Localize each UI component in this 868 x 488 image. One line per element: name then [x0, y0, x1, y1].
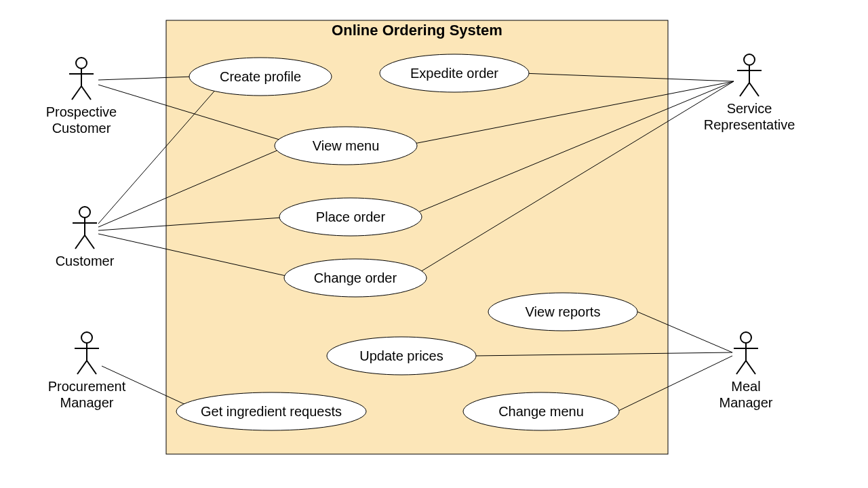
person-icon — [73, 207, 97, 249]
svg-point-32 — [76, 58, 87, 68]
svg-text:Place order: Place order — [316, 209, 386, 224]
svg-line-36 — [81, 86, 91, 100]
actor-label: Prospective — [46, 104, 117, 119]
actor-service-representative: Service Representative — [704, 54, 795, 132]
svg-text:View reports: View reports — [526, 304, 601, 319]
usecase-create-profile: Create profile — [189, 58, 332, 96]
actor-label: Meal — [731, 379, 760, 394]
usecase-update-prices: Update prices — [327, 337, 476, 375]
svg-text:Expedite order: Expedite order — [410, 66, 498, 81]
svg-text:Create profile: Create profile — [220, 69, 301, 84]
system-title: Online Ordering System — [332, 22, 502, 39]
usecase-view-reports: View reports — [488, 293, 637, 331]
person-icon — [69, 58, 94, 100]
svg-line-55 — [736, 361, 746, 374]
actor-label: Customer — [52, 121, 111, 136]
svg-line-40 — [75, 235, 85, 249]
actor-procurement-manager: Procurement Manager — [48, 332, 126, 410]
svg-line-35 — [72, 86, 81, 100]
person-icon — [734, 332, 758, 374]
usecase-place-order: Place order — [279, 198, 422, 236]
usecase-change-order: Change order — [284, 259, 427, 297]
svg-line-41 — [85, 235, 94, 249]
actor-prospective-customer: Prospective Customer — [46, 58, 117, 136]
svg-text:Change order: Change order — [314, 270, 397, 285]
svg-point-47 — [744, 54, 755, 65]
svg-line-45 — [77, 361, 87, 374]
usecase-get-ingredient-requests: Get ingredient requests — [176, 392, 366, 430]
svg-point-52 — [741, 332, 751, 343]
svg-line-56 — [746, 361, 755, 374]
person-icon — [75, 332, 99, 374]
svg-line-46 — [87, 361, 96, 374]
svg-text:Change menu: Change menu — [498, 404, 584, 419]
actor-meal-manager: Meal Manager — [719, 332, 773, 410]
svg-text:Update prices: Update prices — [359, 348, 443, 363]
svg-point-37 — [79, 207, 90, 218]
usecase-change-menu: Change menu — [463, 392, 619, 430]
actor-customer: Customer — [56, 207, 115, 268]
svg-line-50 — [740, 83, 749, 96]
usecase-expedite-order: Expedite order — [380, 54, 529, 92]
usecase-view-menu: View menu — [275, 127, 417, 165]
svg-text:Get ingredient requests: Get ingredient requests — [201, 404, 342, 419]
svg-line-51 — [749, 83, 759, 96]
actor-label: Representative — [704, 117, 795, 132]
actor-label: Manager — [719, 395, 773, 410]
person-icon — [737, 54, 762, 96]
actor-label: Manager — [60, 395, 114, 410]
svg-text:View menu: View menu — [313, 138, 380, 153]
svg-point-42 — [81, 332, 92, 343]
use-case-diagram: Online Ordering System — [0, 0, 868, 488]
actor-label: Service — [727, 101, 772, 116]
actor-label: Customer — [56, 253, 115, 268]
actor-label: Procurement — [48, 379, 126, 394]
